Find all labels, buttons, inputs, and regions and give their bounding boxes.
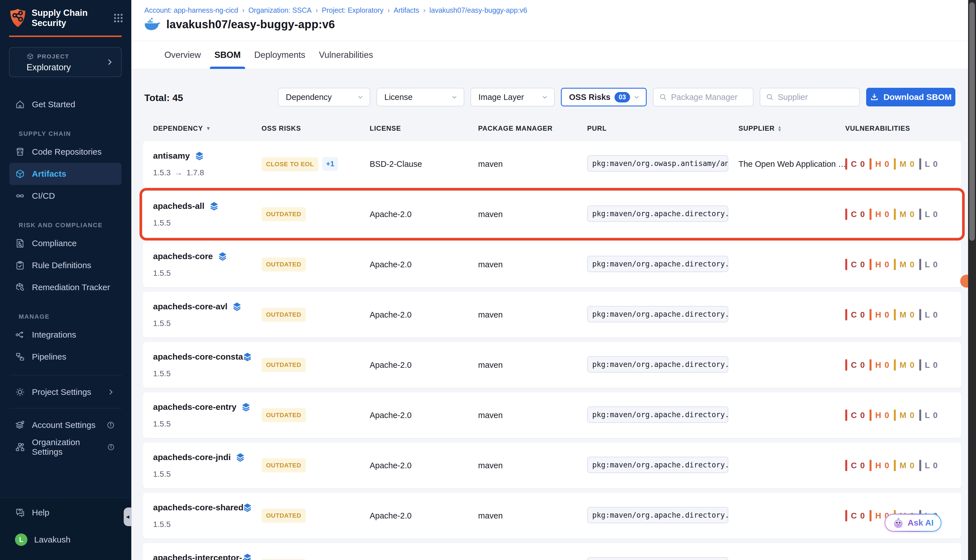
purl-pill[interactable]: pkg:maven/org.apache.directory.s… (587, 457, 728, 473)
sidebar-item-rule-definitions[interactable]: Rule Definitions (9, 254, 122, 276)
sidebar-item-organization-settings[interactable]: Organization Settings (9, 436, 122, 458)
column-header-vulnerabilities[interactable]: VULNERABILITIES (845, 125, 961, 132)
column-header-license[interactable]: LICENSE (370, 125, 478, 132)
breadcrumb-link[interactable]: Account: app-harness-ng-cicd (144, 6, 238, 14)
tab-deployments[interactable]: Deployments (254, 41, 305, 69)
oss-risk-badge: OUTDATED (262, 508, 306, 523)
tab-vulnerabilities[interactable]: Vulnerabilities (319, 41, 373, 69)
code-repo-icon (15, 147, 25, 157)
sidebar: Supply Chain Security PROJECT Explorator… (0, 0, 131, 560)
purl-cell: pkg:maven/org.apache.directory.s… (587, 407, 739, 424)
breadcrumb-link[interactable]: Organization: SSCA (248, 6, 312, 14)
purl-pill[interactable]: pkg:maven/org.apache.directory.s… (587, 205, 728, 222)
critical-count: C 0 (845, 309, 865, 320)
tab-sbom[interactable]: SBOM (214, 41, 240, 69)
vulnerabilities-cell: C 0H 0M 0L 0 (845, 359, 961, 371)
table-row[interactable]: antisamy 1.5.3 → 1.7.8 CLOSE TO EOL+1 BS… (143, 141, 961, 187)
purl-pill[interactable]: pkg:maven/org.apache.directory.s… (587, 557, 728, 560)
download-sbom-button[interactable]: Download SBOM (866, 88, 955, 107)
package-manager-cell: maven (478, 511, 587, 520)
purl-cell: pkg:maven/org.apache.directory.s… (587, 356, 739, 374)
sidebar-item-help[interactable]: Help (9, 503, 122, 522)
column-header-dependency[interactable]: DEPENDENCY▼ (153, 125, 262, 132)
license-filter-dropdown[interactable]: License (377, 88, 464, 107)
purl-cell: pkg:maven/org.apache.directory.s… (587, 205, 739, 223)
project-selector[interactable]: PROJECT Exploratory (9, 47, 122, 77)
dependency-name: apacheds-core-entry (153, 402, 236, 412)
package-manager-cell: maven (478, 210, 587, 219)
dependency-version: 1.5.5 (153, 520, 262, 529)
table-row[interactable]: apacheds-core-consta… 1.5.5 OUTDATED Apa… (143, 342, 961, 388)
oss-risks-cell: CLOSE TO EOL+1 (262, 157, 370, 171)
sidebar-item-get-started[interactable]: Get Started (9, 93, 122, 115)
page-header: Account: app-harness-ng-cicd›Organizatio… (131, 0, 976, 41)
severity-bar (869, 208, 871, 220)
sort-desc-icon: ▼ (206, 126, 211, 132)
user-menu[interactable]: L Lavakush (9, 530, 122, 550)
total-count: Total: 45 (144, 92, 183, 103)
chevron-right-icon (107, 388, 115, 396)
dependency-filter-dropdown[interactable]: Dependency (278, 88, 370, 107)
breadcrumb-link[interactable]: Artifacts (394, 6, 419, 14)
tab-overview[interactable]: Overview (164, 41, 201, 69)
sidebar-item-cicd[interactable]: CI/CD (9, 185, 122, 207)
oss-risk-more-badge[interactable]: +1 (322, 157, 338, 171)
ask-ai-button[interactable]: Ask AI (884, 514, 941, 532)
sidebar-collapse-handle[interactable]: ◀ (124, 508, 132, 526)
dependency-name: apacheds-core-consta… (153, 352, 238, 362)
breadcrumb-link[interactable]: Project: Exploratory (322, 6, 384, 14)
table-row[interactable]: apacheds-core-jndi 1.5.5 OUTDATED Apache… (143, 443, 961, 488)
scrollbar-thumb[interactable] (969, 2, 975, 241)
supplier-search-input[interactable] (778, 93, 854, 102)
medium-count: M 0 (894, 309, 915, 320)
dependency-name: apacheds-core (153, 252, 213, 261)
main-area: Account: app-harness-ng-cicd›Organizatio… (131, 0, 976, 560)
severity-bar (919, 309, 921, 320)
severity-bar (894, 259, 896, 270)
supplier-search[interactable] (760, 88, 860, 107)
module-grid-icon[interactable] (113, 12, 124, 24)
column-header-purl[interactable]: PURL (587, 125, 739, 132)
sidebar-item-compliance[interactable]: Compliance (9, 232, 122, 254)
info-icon[interactable] (107, 443, 115, 451)
page-scrollbar[interactable] (968, 0, 976, 560)
purl-pill[interactable]: pkg:maven/org.apache.directory.s… (587, 507, 728, 523)
purl-pill[interactable]: pkg:maven/org.apache.directory.s… (587, 256, 728, 272)
sidebar-item-integrations[interactable]: Integrations (9, 324, 122, 346)
sidebar-item-code-repositories[interactable]: Code Repositories (9, 141, 122, 163)
table-row[interactable]: apacheds-core-avl 1.5.5 OUTDATED Apache-… (143, 292, 961, 338)
sidebar-item-pipelines[interactable]: Pipelines (9, 346, 122, 368)
table-row[interactable]: apacheds-core-shared 1.5.5 OUTDATED Apac… (143, 493, 961, 538)
column-header-oss-risks[interactable]: OSS RISKS (262, 125, 370, 132)
column-header-supplier[interactable]: SUPPLIER▲▼ (739, 125, 845, 132)
purl-pill[interactable]: pkg:maven/org.apache.directory.s… (587, 407, 728, 423)
purl-pill[interactable]: pkg:maven/org.owasp.antisamy/ant… (587, 155, 728, 172)
vulnerabilities-cell: C 0H 0M 0L 0 (845, 259, 961, 270)
oss-risks-filter-dropdown[interactable]: OSS Risks 03 (561, 88, 647, 107)
purl-pill[interactable]: pkg:maven/org.apache.directory.s… (587, 306, 728, 322)
image-layer-filter-dropdown[interactable]: Image Layer (470, 88, 555, 107)
table-row[interactable]: apacheds-core-entry 1.5.5 OUTDATED Apach… (143, 392, 961, 438)
sidebar-item-remediation-tracker[interactable]: Remediation Tracker (9, 276, 122, 298)
sidebar-item-project-settings[interactable]: Project Settings (9, 381, 122, 403)
table-row[interactable]: apacheds-core 1.5.5 OUTDATED Apache-2.0 … (143, 242, 961, 287)
package-manager-search-input[interactable] (671, 93, 747, 102)
sidebar-item-account-settings[interactable]: Account Settings (9, 414, 122, 436)
sidebar-item-artifacts[interactable]: Artifacts (9, 163, 122, 185)
high-count: H 0 (869, 460, 889, 471)
table-row-highlighted[interactable]: apacheds-all 1.5.5 OUTDATED Apache-2.0 m… (143, 192, 961, 237)
column-header-package-manager[interactable]: PACKAGE MANAGER (478, 125, 587, 132)
severity-bar (869, 410, 871, 421)
breadcrumb-link[interactable]: lavakush07/easy-buggy-app:v6 (430, 6, 527, 14)
dependency-name: apacheds-all (153, 201, 204, 211)
artifacts-cube-icon (15, 169, 25, 179)
package-manager-search[interactable] (653, 88, 754, 107)
purl-pill[interactable]: pkg:maven/org.apache.directory.s… (587, 356, 728, 373)
dependency-table: antisamy 1.5.3 → 1.7.8 CLOSE TO EOL+1 BS… (143, 141, 961, 560)
help-chat-icon (15, 508, 25, 518)
chevron-down-icon (542, 94, 548, 100)
vulnerabilities-cell: C 0H 0M 0L 0 (845, 208, 961, 220)
info-icon[interactable] (107, 421, 115, 429)
table-row[interactable]: apacheds-interceptor-… 1.5.5 OUTDATED Ap… (143, 543, 961, 560)
dependency-name: apacheds-core-avl (153, 302, 227, 311)
